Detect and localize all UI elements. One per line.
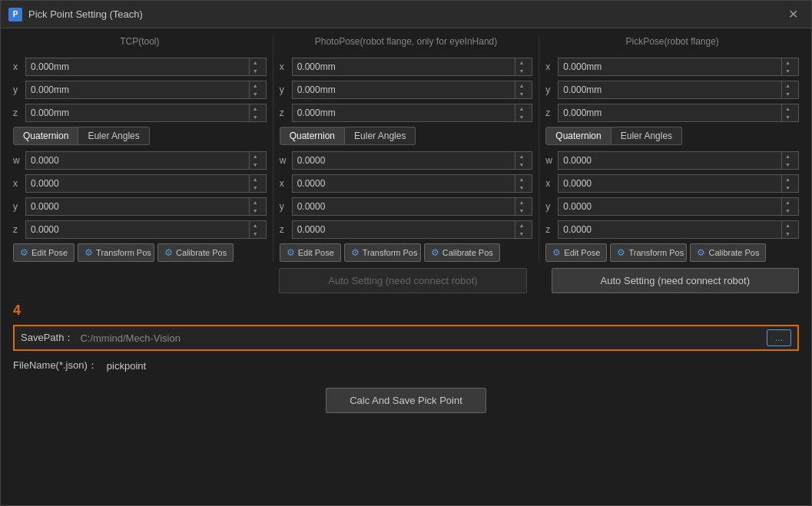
tcp-x-up[interactable]: ▲ (250, 58, 261, 67)
photo-edit-pose-button[interactable]: ⚙ Edit Pose (280, 243, 341, 262)
tcp-y-label: y (13, 84, 25, 95)
tcp-qx-up[interactable]: ▲ (250, 175, 261, 184)
main-window: P Pick Point Setting (Teach) ✕ TCP(tool)… (0, 0, 812, 506)
photo-qz-up[interactable]: ▲ (515, 221, 527, 230)
photo-y-spinbox[interactable]: 0.000mm ▲ ▼ (292, 81, 533, 99)
pick-calibrate-button[interactable]: ⚙ Calibrate Pos (690, 243, 766, 262)
pick-edit-pose-button[interactable]: ⚙ Edit Pose (545, 243, 607, 262)
tcp-qz-label: z (13, 224, 25, 235)
tcp-y-up[interactable]: ▲ (250, 81, 261, 90)
pick-qy-down[interactable]: ▼ (782, 207, 794, 215)
pick-action-buttons: ⚙ Edit Pose ⚙ Transform Pos ⚙ Calibrate … (545, 243, 799, 262)
pick-qy-row: y 0.0000 ▲ ▼ (545, 197, 799, 216)
tcp-w-spinbox[interactable]: 0.0000 ▲ ▼ (25, 151, 267, 170)
photo-qz-down[interactable]: ▼ (515, 230, 527, 238)
titlebar: P Pick Point Setting (Teach) ✕ (1, 1, 811, 28)
photo-z-down[interactable]: ▼ (515, 113, 527, 121)
pick-qz-label: z (545, 224, 558, 235)
tcp-w-down[interactable]: ▼ (250, 160, 261, 169)
tcp-y-spinbox[interactable]: 0.000mm ▲ ▼ (25, 81, 267, 99)
pick-y-up[interactable]: ▲ (782, 81, 794, 90)
pick-z-up[interactable]: ▲ (782, 104, 794, 113)
tcp-calibrate-button[interactable]: ⚙ Calibrate Pos (157, 243, 234, 262)
pick-w-down[interactable]: ▼ (782, 160, 794, 169)
photo-qx-spinbox[interactable]: 0.0000 ▲ ▼ (292, 174, 533, 193)
photo-w-spinbox[interactable]: 0.0000 ▲ ▼ (292, 151, 533, 170)
pick-qz-spinbox[interactable]: 0.0000 ▲ ▼ (558, 220, 799, 239)
pick-tab-euler[interactable]: Euler Angles (611, 127, 682, 145)
photo-y-down[interactable]: ▼ (515, 90, 527, 98)
pick-qx-up[interactable]: ▲ (782, 175, 794, 184)
photo-z-label: z (280, 107, 292, 118)
photo-z-row: z 0.000mm ▲ ▼ (280, 104, 533, 122)
pick-y-label: y (545, 84, 558, 95)
tcp-z-up[interactable]: ▲ (250, 104, 261, 113)
photo-x-up[interactable]: ▲ (515, 58, 527, 67)
tcp-qy-spinbox[interactable]: 0.0000 ▲ ▼ (25, 197, 267, 216)
pick-x-down[interactable]: ▼ (782, 67, 794, 75)
calc-save-button[interactable]: Calc And Save Pick Point (326, 388, 486, 413)
pick-qx-spinbox[interactable]: 0.0000 ▲ ▼ (558, 174, 799, 193)
pick-w-row: w 0.0000 ▲ ▼ (545, 151, 799, 170)
tcp-x-spinbox[interactable]: 0.000mm ▲ ▼ (25, 58, 267, 76)
pick-qz-down[interactable]: ▼ (782, 230, 794, 238)
filename-row: FileName(*.json)： pickpoint (13, 359, 799, 372)
close-button[interactable]: ✕ (782, 4, 804, 25)
photo-qz-spinbox[interactable]: 0.0000 ▲ ▼ (292, 220, 533, 239)
photo-calibrate-button[interactable]: ⚙ Calibrate Pos (424, 243, 500, 262)
tcp-qy-down[interactable]: ▼ (250, 207, 261, 215)
photo-qx-up[interactable]: ▲ (515, 175, 527, 184)
pick-y-down[interactable]: ▼ (782, 90, 794, 98)
tcp-qz-spinbox[interactable]: 0.0000 ▲ ▼ (25, 220, 267, 239)
tcp-qz-up[interactable]: ▲ (250, 221, 261, 230)
tcp-qx-down[interactable]: ▼ (250, 184, 261, 192)
pick-w-up[interactable]: ▲ (782, 152, 794, 160)
photo-tab-euler[interactable]: Euler Angles (345, 127, 416, 145)
pick-tab-quaternion[interactable]: Quaternion (545, 127, 611, 145)
photo-w-up[interactable]: ▲ (515, 152, 527, 160)
pick-qy-spinbox[interactable]: 0.0000 ▲ ▼ (558, 197, 799, 216)
pick-z-down[interactable]: ▼ (782, 113, 794, 121)
pick-tabs: Quaternion Euler Angles (545, 127, 799, 145)
tcp-tab-euler[interactable]: Euler Angles (78, 127, 149, 145)
pick-y-spinbox[interactable]: 0.000mm ▲ ▼ (558, 81, 799, 99)
pick-z-spinbox[interactable]: 0.000mm ▲ ▼ (558, 104, 799, 122)
tcp-y-down[interactable]: ▼ (250, 90, 261, 98)
browse-button[interactable]: ... (767, 329, 791, 346)
tcp-qx-spinbox[interactable]: 0.0000 ▲ ▼ (25, 174, 267, 193)
tcp-z-spinbox[interactable]: 0.000mm ▲ ▼ (25, 104, 267, 122)
photo-qy-spinbox[interactable]: 0.0000 ▲ ▼ (292, 197, 533, 216)
pick-qz-up[interactable]: ▲ (782, 221, 794, 230)
pick-w-spinbox[interactable]: 0.0000 ▲ ▼ (558, 151, 799, 170)
tcp-w-up[interactable]: ▲ (250, 152, 261, 160)
save-path-value[interactable]: C:/mmind/Mech-Vision (80, 332, 761, 344)
photo-x-spinbox[interactable]: 0.000mm ▲ ▼ (292, 58, 533, 76)
main-content: TCP(tool) x 0.000mm ▲ ▼ y 0.000mm (1, 28, 811, 505)
photo-qy-up[interactable]: ▲ (515, 198, 527, 207)
step-number: 4 (13, 303, 799, 319)
pick-auto-setting-button[interactable]: Auto Setting (need connect robot) (552, 268, 799, 293)
pick-transform-button[interactable]: ⚙ Transform Pos (610, 243, 687, 262)
pick-x-spinbox[interactable]: 0.000mm ▲ ▼ (558, 58, 799, 76)
tcp-x-down[interactable]: ▼ (250, 67, 261, 75)
pick-qx-down[interactable]: ▼ (782, 184, 794, 192)
pick-qy-up[interactable]: ▲ (782, 198, 794, 207)
tcp-z-down[interactable]: ▼ (250, 113, 261, 121)
photo-x-down[interactable]: ▼ (515, 67, 527, 75)
gear-icon: ⚙ (287, 247, 295, 258)
tcp-qy-up[interactable]: ▲ (250, 198, 261, 207)
tcp-transform-button[interactable]: ⚙ Transform Pos (78, 243, 154, 262)
tcp-w-label: w (13, 155, 25, 166)
photo-y-up[interactable]: ▲ (515, 81, 527, 90)
photo-transform-button[interactable]: ⚙ Transform Pos (344, 243, 421, 262)
photo-qy-down[interactable]: ▼ (515, 207, 527, 215)
photo-qx-down[interactable]: ▼ (515, 184, 527, 192)
tcp-tab-quaternion[interactable]: Quaternion (13, 127, 78, 145)
photo-tab-quaternion[interactable]: Quaternion (280, 127, 345, 145)
tcp-edit-pose-button[interactable]: ⚙ Edit Pose (13, 243, 75, 262)
photo-z-spinbox[interactable]: 0.000mm ▲ ▼ (292, 104, 533, 122)
photo-z-up[interactable]: ▲ (515, 104, 527, 113)
photo-w-down[interactable]: ▼ (515, 160, 527, 169)
tcp-qz-down[interactable]: ▼ (250, 230, 261, 238)
pick-x-up[interactable]: ▲ (782, 58, 794, 67)
